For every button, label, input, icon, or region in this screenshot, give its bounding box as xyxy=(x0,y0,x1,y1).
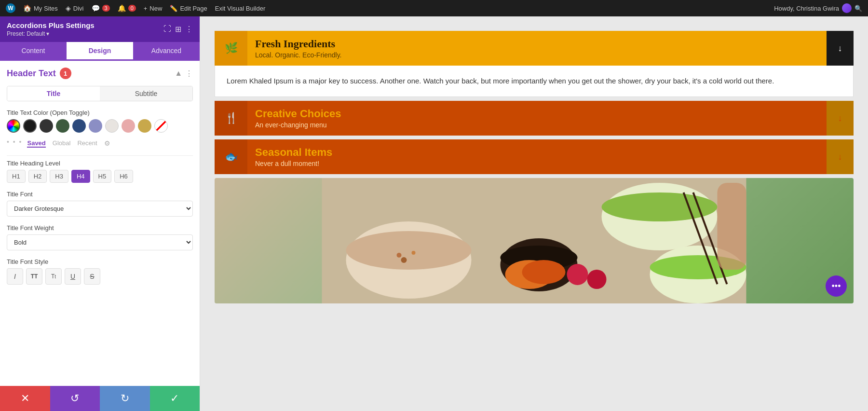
sub-tab-title[interactable]: Title xyxy=(7,86,100,101)
recent-tab[interactable]: Recent xyxy=(77,139,97,148)
more-icon[interactable]: ⋮ xyxy=(185,25,193,34)
underline-btn[interactable]: U xyxy=(65,268,81,285)
heading-levels: H1 H2 H3 H4 H5 H6 xyxy=(7,170,193,183)
font-style-row: Title Font Style I TT Tt U S xyxy=(7,258,193,285)
creative-title: Creative Choices xyxy=(255,108,819,120)
comments-item[interactable]: 💬 3 xyxy=(92,4,110,12)
settings-sidebar: Accordions Plus Settings Preset: Default… xyxy=(0,16,200,411)
chevron-down-icon: ▾ xyxy=(46,30,49,37)
pink-swatch[interactable] xyxy=(122,119,135,133)
exit-builder-label: Exit Visual Builder xyxy=(215,5,266,12)
h6-btn[interactable]: H6 xyxy=(114,170,133,183)
font-weight-select[interactable]: Bold xyxy=(7,234,193,250)
collapse-icon[interactable]: ▲ xyxy=(175,69,182,78)
seasonal-toggle[interactable]: ↓ xyxy=(827,139,854,174)
dark-swatch[interactable] xyxy=(40,119,53,133)
preset-label: Preset: Default ▾ xyxy=(7,30,95,37)
creative-text: Creative Choices An ever-changing menu xyxy=(247,108,827,129)
h5-btn[interactable]: H5 xyxy=(93,170,112,183)
sub-tab-subtitle[interactable]: Subtitle xyxy=(100,86,192,101)
comment-count: 3 xyxy=(102,5,110,12)
admin-bar: W 🏠 My Sites ◈ Divi 💬 3 🔔 0 + New ✏️ Edi… xyxy=(0,0,868,16)
pencil-icon: ✏️ xyxy=(170,5,177,12)
seasonal-title: Seasonal Items xyxy=(255,146,819,159)
edit-page-item[interactable]: ✏️ Edit Page xyxy=(170,5,207,12)
color-edit-swatch[interactable] xyxy=(7,119,20,133)
sidebar-header: Accordions Plus Settings Preset: Default… xyxy=(0,16,200,42)
bubble-item[interactable]: 🔔 0 xyxy=(118,4,136,12)
section-title: Header Text 1 xyxy=(7,68,71,79)
h2-btn[interactable]: H2 xyxy=(28,170,47,183)
color-label: Title Text Color (Open Toggle) xyxy=(7,109,193,116)
forest-swatch[interactable] xyxy=(56,119,69,133)
color-tabs: Saved Global Recent ⚙ xyxy=(27,139,110,148)
redo-button[interactable]: ↻ xyxy=(100,386,150,411)
cancel-icon: ✕ xyxy=(21,392,29,405)
redo-icon: ↻ xyxy=(121,392,129,405)
new-label: New xyxy=(149,5,162,12)
creative-toggle[interactable]: ↓ xyxy=(827,101,854,136)
fresh-subtitle: Local. Organic. Eco-Friendly. xyxy=(255,51,819,59)
bottom-action-bar: ✕ ↺ ↻ ✓ xyxy=(0,386,200,411)
sidebar-title: Accordions Plus Settings xyxy=(7,21,95,29)
edit-page-label: Edit Page xyxy=(180,5,207,12)
new-item[interactable]: + New xyxy=(144,5,163,12)
tab-advanced[interactable]: Advanced xyxy=(133,42,200,61)
tab-design[interactable]: Design xyxy=(67,42,133,61)
uppercase-btn[interactable]: TT xyxy=(26,268,42,285)
divi-icon: ◈ xyxy=(66,4,71,12)
food-illustration xyxy=(215,178,854,303)
color-picker xyxy=(7,119,193,133)
floating-action-button[interactable]: ••• xyxy=(826,275,847,297)
title-color-row: Title Text Color (Open Toggle) • • • xyxy=(7,109,193,148)
plus-icon: + xyxy=(144,5,148,12)
seasonal-icon-box: 🐟 xyxy=(215,139,247,174)
options-icon[interactable]: ⋮ xyxy=(185,69,193,78)
undo-button[interactable]: ↺ xyxy=(50,386,100,411)
save-button[interactable]: ✓ xyxy=(150,386,200,411)
cancel-button[interactable]: ✕ xyxy=(0,386,50,411)
accordion-fresh-header[interactable]: 🌿 Fresh Ingredients Local. Organic. Eco-… xyxy=(215,31,854,66)
lavender-swatch[interactable] xyxy=(89,119,102,133)
font-select[interactable]: Darker Grotesque xyxy=(7,201,193,217)
dots-icon: ••• xyxy=(832,281,841,291)
fresh-toggle[interactable]: ↓ xyxy=(827,31,854,66)
svg-point-2 xyxy=(346,231,472,270)
exit-builder-item[interactable]: Exit Visual Builder xyxy=(215,5,266,12)
more-swatches-dots[interactable]: • • • xyxy=(7,138,22,146)
strikethrough-btn[interactable]: S xyxy=(84,268,100,285)
global-tab[interactable]: Global xyxy=(53,139,71,148)
capitalize-btn[interactable]: Tt xyxy=(45,268,62,285)
font-style-label: Title Font Style xyxy=(7,258,193,265)
navy-swatch[interactable] xyxy=(72,119,86,133)
accordion-creative-header[interactable]: 🍴 Creative Choices An ever-changing menu… xyxy=(215,101,854,136)
search-icon[interactable]: 🔍 xyxy=(854,5,862,12)
undo-icon: ↺ xyxy=(70,392,79,405)
h4-btn[interactable]: H4 xyxy=(71,170,90,183)
creative-subtitle: An ever-changing menu xyxy=(255,121,819,129)
color-settings-icon[interactable]: ⚙ xyxy=(104,139,110,148)
tab-content[interactable]: Content xyxy=(0,42,67,61)
divi-item[interactable]: ◈ Divi xyxy=(66,4,84,12)
leaf-icon: 🌿 xyxy=(225,42,238,55)
accordion-seasonal-header[interactable]: 🐟 Seasonal Items Never a dull moment! ↓ xyxy=(215,139,854,174)
erase-swatch[interactable] xyxy=(154,119,168,133)
h3-btn[interactable]: H3 xyxy=(50,170,68,183)
creative-icon-box: 🍴 xyxy=(215,101,247,136)
black-swatch[interactable] xyxy=(23,119,37,133)
howdy-label: Howdy, Christina Gwira xyxy=(774,5,839,12)
h1-btn[interactable]: H1 xyxy=(7,170,26,183)
maximize-icon[interactable]: ⛶ xyxy=(163,25,171,34)
italic-btn[interactable]: I xyxy=(7,268,23,285)
wp-logo-icon: W xyxy=(6,3,15,13)
seasonal-text: Seasonal Items Never a dull moment! xyxy=(247,146,827,167)
cream-swatch[interactable] xyxy=(105,119,119,133)
bubble-count: 0 xyxy=(128,5,136,12)
heading-level-label: Title Heading Level xyxy=(7,160,193,167)
saved-tab[interactable]: Saved xyxy=(27,139,45,148)
layout-icon[interactable]: ⊞ xyxy=(175,25,181,34)
gold-swatch[interactable] xyxy=(138,119,151,133)
accordion-seasonal: 🐟 Seasonal Items Never a dull moment! ↓ xyxy=(215,139,854,174)
wp-logo-item[interactable]: W xyxy=(6,3,15,13)
my-sites-item[interactable]: 🏠 My Sites xyxy=(23,4,58,12)
